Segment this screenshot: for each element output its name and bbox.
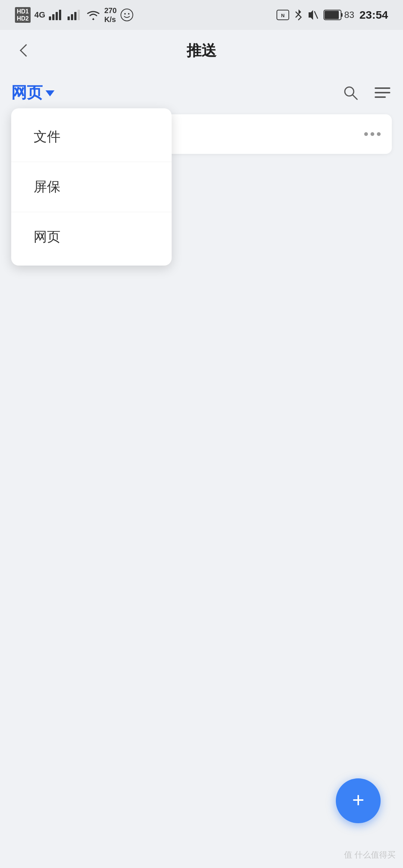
more-button[interactable]	[364, 132, 381, 136]
svg-point-9	[124, 13, 126, 15]
menu-line-1	[375, 87, 390, 89]
svg-rect-2	[56, 12, 58, 20]
battery-percent: 83	[344, 10, 354, 20]
svg-line-18	[353, 95, 357, 99]
menu-icon	[375, 87, 390, 98]
svg-rect-4	[68, 16, 70, 20]
svg-rect-1	[52, 14, 54, 20]
svg-rect-6	[74, 12, 76, 20]
brand-dropdown-button[interactable]: 网页	[11, 82, 54, 103]
three-dots-icon	[364, 132, 381, 136]
status-time: 23:54	[359, 9, 388, 21]
fab-plus-icon: +	[352, 790, 365, 810]
chevron-down-icon	[46, 90, 54, 96]
toolbar-row: 网页 文件 屏保	[11, 78, 392, 111]
search-button[interactable]	[341, 83, 360, 102]
bluetooth-icon	[294, 9, 303, 21]
status-left: HD1HD2 4G 270K/s	[15, 6, 133, 24]
menu-button[interactable]	[373, 83, 392, 102]
svg-point-10	[128, 13, 129, 15]
dropdown-menu: 文件 屏保 网页	[11, 108, 172, 266]
brand-text: 网页	[11, 82, 43, 103]
svg-rect-7	[78, 10, 80, 20]
dot-3	[377, 132, 381, 136]
battery-icon: 83	[324, 10, 354, 20]
dropdown-item-webpage[interactable]: 网页	[11, 212, 172, 262]
back-button[interactable]	[15, 39, 37, 62]
nfc-icon: N	[277, 10, 289, 20]
menu-line-3	[375, 96, 386, 98]
page-title: 推送	[187, 40, 216, 61]
svg-line-13	[315, 12, 318, 18]
search-icon	[342, 84, 359, 101]
svg-rect-15	[325, 11, 339, 19]
network-speed: 270K/s	[104, 6, 116, 24]
svg-rect-16	[341, 13, 343, 17]
hd-badge: HD1HD2	[15, 7, 31, 23]
dropdown-item-screensaver[interactable]: 屏保	[11, 162, 172, 212]
dropdown-item-file[interactable]: 文件	[11, 112, 172, 162]
back-arrow-icon	[20, 44, 32, 57]
nav-bar: 推送	[0, 30, 403, 71]
mute-icon	[308, 9, 318, 21]
svg-point-8	[121, 9, 133, 21]
watermark: 值 什么值得买	[344, 849, 396, 861]
svg-rect-0	[49, 16, 51, 20]
svg-rect-3	[59, 10, 61, 20]
status-right: N 83 23:54	[277, 9, 388, 21]
network-type: 4G	[34, 10, 45, 20]
dot-1	[364, 132, 368, 136]
main-content: 网页 文件 屏保	[0, 71, 403, 161]
fab-add-button[interactable]: +	[336, 778, 381, 823]
status-bar: HD1HD2 4G 270K/s N	[0, 0, 403, 30]
signal-icon	[49, 10, 64, 20]
dot-2	[371, 132, 374, 136]
svg-text:N: N	[281, 13, 284, 18]
signal2-icon	[68, 10, 82, 20]
menu-line-2	[375, 92, 390, 93]
wifi-icon	[86, 10, 100, 20]
toolbar-icons	[341, 83, 392, 102]
face-icon	[121, 9, 133, 21]
svg-rect-5	[71, 14, 73, 20]
